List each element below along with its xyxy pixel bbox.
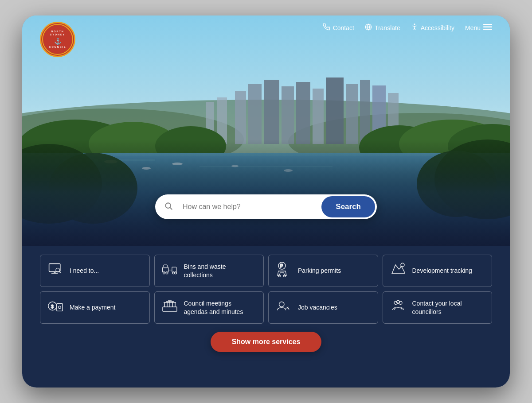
svg-rect-10 — [326, 78, 344, 144]
service-tile-bins-waste[interactable]: Bins and waste collections — [154, 255, 264, 287]
councillors-icon — [390, 298, 406, 317]
service-tile-development[interactable]: Development tracking — [383, 255, 493, 287]
svg-text:P: P — [280, 264, 283, 268]
svg-rect-43 — [483, 27, 492, 28]
svg-point-61 — [401, 263, 404, 267]
jobs-icon — [276, 298, 292, 317]
service-label-bins: Bins and waste collections — [184, 263, 257, 279]
accessibility-label: Accessibility — [421, 24, 454, 31]
nav-menu[interactable]: Menu — [465, 24, 492, 32]
service-tile-parking[interactable]: P Parking permits — [268, 255, 378, 287]
service-label-meetings: Council meetings agendas and minutes — [184, 299, 257, 315]
svg-rect-67 — [163, 307, 177, 311]
service-label-jobs: Job vacancies — [298, 303, 337, 311]
nav-accessibility[interactable]: Accessibility — [411, 23, 454, 32]
svg-rect-11 — [346, 84, 358, 144]
svg-rect-8 — [296, 82, 310, 144]
menu-label: Menu — [465, 24, 481, 31]
show-more-button[interactable]: Show more services — [211, 332, 322, 352]
service-tile-jobs[interactable]: Job vacancies — [268, 291, 378, 324]
menu-icon — [483, 24, 492, 32]
accessibility-icon — [411, 23, 418, 32]
service-label-parking: Parking permits — [298, 267, 341, 275]
svg-rect-54 — [172, 267, 176, 272]
service-tile-i-need-to[interactable]: I need to... — [40, 255, 150, 287]
logo[interactable]: NORTH SYDNEY ⚓ COUNCIL — [40, 22, 75, 57]
svg-rect-65 — [57, 303, 63, 311]
services-section: I need to... Bins and wast — [22, 246, 510, 388]
service-tile-councillors[interactable]: Contact your local councillors — [383, 291, 493, 324]
translate-label: Translate — [375, 24, 400, 31]
svg-rect-5 — [248, 84, 262, 144]
svg-point-41 — [414, 24, 415, 25]
search-button[interactable]: Search — [321, 196, 375, 217]
globe-icon — [365, 23, 372, 32]
service-tile-council-meetings[interactable]: Council meetings agendas and minutes — [154, 291, 264, 324]
svg-rect-36 — [22, 140, 510, 246]
meetings-icon — [162, 298, 178, 317]
svg-rect-4 — [235, 91, 246, 144]
header: NORTH SYDNEY ⚓ COUNCIL Contact — [22, 16, 510, 40]
nav-items: Contact Translate — [323, 23, 492, 32]
development-icon — [390, 261, 406, 280]
service-tile-payment[interactable]: $ Make a payment — [40, 291, 150, 324]
service-label-development: Development tracking — [412, 267, 472, 275]
svg-rect-42 — [483, 24, 492, 25]
svg-line-49 — [59, 271, 61, 273]
nav-translate[interactable]: Translate — [365, 23, 400, 32]
svg-rect-44 — [483, 29, 492, 30]
show-more-wrapper: Show more services — [40, 332, 492, 352]
svg-rect-7 — [282, 86, 294, 144]
service-label-councillors: Contact your local councillors — [412, 299, 485, 315]
service-label-payment: Make a payment — [70, 303, 116, 311]
contact-label: Contact — [333, 24, 354, 31]
svg-point-37 — [165, 203, 171, 208]
svg-point-76 — [279, 302, 284, 307]
device-frame: Search NORTH SYDNEY ⚓ COUNCIL — [22, 16, 510, 388]
search-icon — [155, 195, 179, 219]
phone-icon — [323, 23, 330, 32]
search-container: Search — [155, 194, 377, 219]
parking-icon: P — [276, 261, 292, 280]
hero-image: Search — [22, 16, 510, 246]
payment-icon: $ — [47, 298, 63, 317]
svg-rect-45 — [49, 264, 60, 271]
search-bar: Search — [155, 194, 377, 219]
search-input[interactable] — [179, 197, 320, 217]
bins-icon — [162, 261, 178, 280]
svg-rect-6 — [264, 80, 279, 144]
svg-line-38 — [170, 207, 172, 209]
nav-contact[interactable]: Contact — [323, 23, 354, 32]
svg-rect-50 — [162, 268, 168, 272]
svg-text:$: $ — [51, 304, 54, 309]
service-label-i-need-to: I need to... — [70, 267, 99, 275]
computer-search-icon — [47, 261, 63, 280]
services-grid: I need to... Bins and wast — [40, 255, 492, 324]
svg-rect-9 — [313, 89, 324, 144]
svg-point-66 — [59, 306, 61, 309]
